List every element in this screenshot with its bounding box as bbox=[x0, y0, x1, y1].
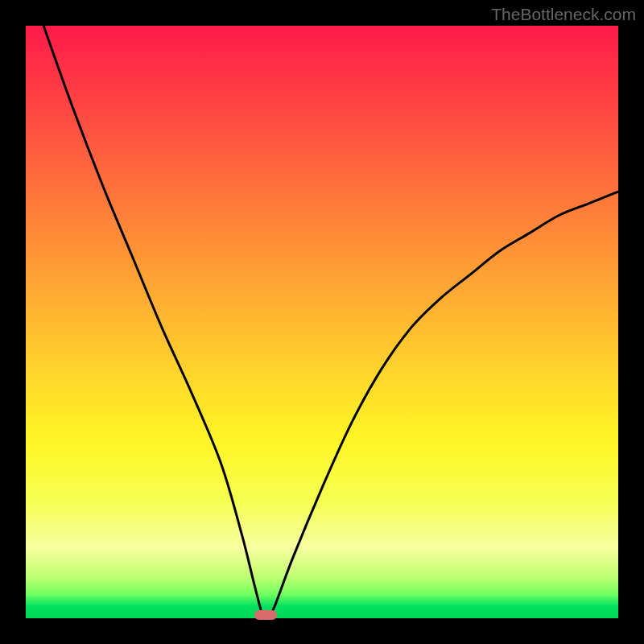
plot-area bbox=[26, 26, 618, 618]
min-marker bbox=[254, 610, 277, 620]
curve-path bbox=[43, 26, 618, 618]
line-curve bbox=[26, 26, 618, 618]
watermark-text: TheBottleneck.com bbox=[491, 5, 636, 24]
chart-container: TheBottleneck.com bbox=[0, 0, 644, 644]
